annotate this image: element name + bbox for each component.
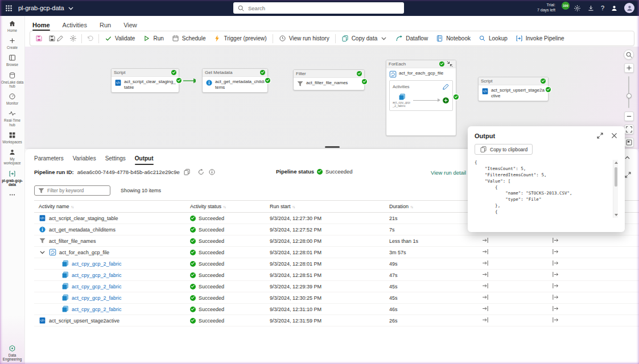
collapse-icon[interactable] [446, 60, 454, 68]
input-icon[interactable] [482, 282, 489, 289]
view-run-history-button[interactable]: View run history [275, 32, 333, 44]
pipeline-node-filter[interactable]: Filter act_filter_file_names [293, 69, 365, 90]
sidebar-item-current-pipeline[interactable]: pl-grab-gcp-data [0, 170, 25, 187]
sidebar-item-onelake[interactable]: OneLake data hub [0, 72, 25, 88]
lookup-button[interactable]: Lookup [475, 32, 512, 44]
input-icon[interactable] [482, 271, 489, 278]
sidebar-item-create[interactable]: Create [0, 37, 25, 49]
input-icon[interactable] [482, 248, 489, 255]
inner-activity-copy[interactable]: act_cpy_gcp_2_fabric [393, 93, 411, 108]
notification-badge[interactable]: 100 [562, 2, 570, 10]
zoom-slider-handle[interactable] [626, 93, 632, 98]
activity-output-dialog[interactable]: Output Copy to clipboard { "ItemsCount":… [468, 126, 625, 232]
table-row[interactable]: act_cpy_gcp_2_fabric Succeeded 9/3/2024,… [34, 258, 639, 270]
info-icon[interactable] [208, 168, 216, 176]
scrollbar[interactable] [613, 160, 618, 218]
sort-icon[interactable] [410, 205, 413, 209]
output-icon[interactable] [551, 305, 559, 312]
output-port-success-icon[interactable] [362, 79, 367, 84]
experience-switcher[interactable]: Data Engineering [1, 345, 24, 361]
settings-gear-icon[interactable] [574, 5, 581, 12]
global-search[interactable] [233, 2, 404, 14]
scroll-down-arrow[interactable] [615, 214, 618, 216]
column-activity-name[interactable]: Activity name [34, 204, 188, 209]
column-run-start[interactable]: Run start [267, 204, 387, 209]
account-avatar[interactable] [624, 3, 634, 13]
save-button[interactable] [32, 32, 46, 44]
activity-name-link[interactable]: act_cpy_gcp_2_fabric [72, 272, 122, 278]
global-search-input[interactable] [248, 5, 400, 11]
invoke-pipeline-button[interactable]: Invoke Pipeline [512, 32, 568, 44]
copy-run-id-icon[interactable] [183, 168, 191, 176]
tab-view[interactable]: View [123, 22, 137, 28]
table-row[interactable]: act_cpy_gcp_2_fabric Succeeded 9/3/2024,… [34, 292, 639, 304]
app-launcher-waffle-icon[interactable] [5, 5, 13, 12]
output-port-success-icon[interactable] [176, 78, 182, 83]
zoom-in-button[interactable] [624, 63, 634, 73]
sidebar-item-my-workspace[interactable]: My workspace [0, 148, 25, 165]
tab-run[interactable]: Run [100, 22, 111, 28]
output-icon[interactable] [551, 293, 559, 301]
table-row[interactable]: act_for_each_gcp_file Succeeded 9/3/2024… [34, 247, 639, 258]
column-duration[interactable]: Duration [387, 204, 480, 209]
output-port-success-icon[interactable] [454, 94, 459, 100]
sidebar-item-workspaces[interactable]: Workspaces [0, 131, 25, 144]
activity-name-link[interactable]: act_cpy_gcp_2_fabric [72, 307, 122, 312]
input-icon[interactable] [482, 293, 489, 301]
pipeline-node-script-1[interactable]: Script act_script_clear_staging_table [111, 68, 179, 93]
notebook-button[interactable]: Notebook [432, 32, 475, 44]
edit-pencil-icon[interactable] [442, 83, 450, 90]
input-icon[interactable] [482, 237, 489, 244]
fit-to-screen-button[interactable] [624, 125, 634, 134]
view-run-detail-link[interactable]: View run detail [431, 169, 466, 176]
zoom-slider[interactable] [628, 76, 629, 108]
trial-status[interactable]: Trial: 7 days left [537, 3, 555, 13]
output-icon[interactable] [551, 316, 559, 324]
scrollbar-thumb[interactable] [615, 167, 617, 187]
expand-dialog-icon[interactable] [596, 132, 604, 139]
help-icon[interactable]: ? [601, 5, 604, 11]
column-activity-status[interactable]: Activity status [188, 204, 267, 209]
output-json-viewer[interactable]: { "ItemsCount": 5, "FilteredItemsCount":… [475, 160, 618, 218]
output-icon[interactable] [551, 271, 559, 278]
scroll-up-arrow[interactable] [615, 162, 618, 164]
table-row[interactable]: act_cpy_gcp_2_fabric Succeeded 9/3/2024,… [34, 304, 639, 315]
downloads-icon[interactable] [587, 5, 595, 12]
input-icon[interactable] [482, 259, 489, 267]
tab-home[interactable]: Home [32, 22, 50, 28]
pipeline-node-get-metadata[interactable]: Get Metadata act_get_metadata_childitems [202, 68, 268, 93]
add-activity-plus-icon[interactable] [442, 97, 450, 104]
tab-activities[interactable]: Activities [63, 22, 87, 28]
activity-name-link[interactable]: act_cpy_gcp_2_fabric [72, 295, 122, 301]
pipeline-node-script-2[interactable]: Script act_script_upsert_stage2active [478, 77, 549, 101]
pipeline-settings-button[interactable] [67, 32, 80, 44]
zoom-out-button[interactable] [624, 111, 634, 121]
sidebar-item-browse[interactable]: Browse [0, 54, 25, 67]
close-icon[interactable] [611, 132, 618, 139]
window-title[interactable]: pl-grab-gcp-data [18, 5, 75, 12]
keyword-filter[interactable] [34, 185, 110, 196]
run-button[interactable]: Run [139, 32, 167, 44]
sidebar-item-realtime-hub[interactable]: Real-Time hub [0, 110, 25, 126]
dataflow-button[interactable]: Dataflow [391, 32, 432, 44]
minimap-button[interactable] [624, 138, 634, 147]
table-row[interactable]: act_script_upsert_stage2active Succeeded… [34, 315, 639, 326]
output-port-success-icon[interactable] [265, 78, 270, 83]
activity-name-link[interactable]: act_cpy_gcp_2_fabric [72, 261, 122, 267]
refresh-icon[interactable] [197, 168, 205, 176]
foreach-activities-container[interactable]: Activities act_cpy_gcp_2_fabric [389, 80, 453, 111]
chevron-down-icon[interactable] [39, 249, 46, 256]
copy-data-button[interactable]: Copy data [337, 32, 392, 44]
save-as-button[interactable] [46, 32, 67, 44]
table-row[interactable]: act_filter_file_names Succeeded 9/3/2024… [34, 235, 639, 247]
sort-icon[interactable] [223, 205, 226, 209]
schedule-button[interactable]: Schedule [168, 32, 210, 44]
pipeline-node-foreach[interactable]: ForEach act_for_each_gcp_file Activities… [386, 60, 456, 136]
sidebar-item-monitor[interactable]: Monitor [0, 93, 25, 105]
tab-parameters[interactable]: Parameters [34, 155, 64, 162]
tab-settings[interactable]: Settings [105, 155, 126, 162]
validate-button[interactable]: Validate [101, 32, 139, 44]
activity-name-link[interactable]: act_cpy_gcp_2_fabric [72, 284, 122, 289]
output-icon[interactable] [551, 237, 559, 244]
keyword-filter-input[interactable] [47, 188, 107, 193]
